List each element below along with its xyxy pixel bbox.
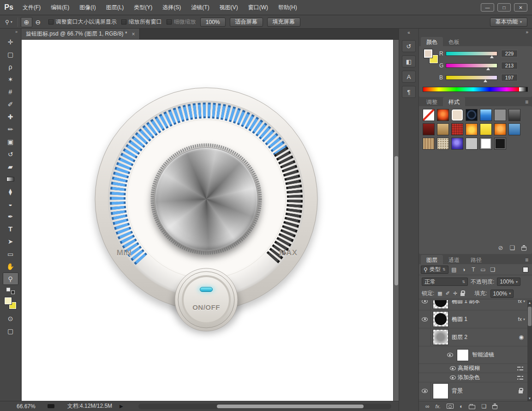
layer-row[interactable]: 椭圆 1 副本 fx ▾ — [419, 300, 527, 310]
style-red-grid[interactable] — [451, 123, 463, 135]
visibility-toggle[interactable] — [419, 300, 431, 310]
tool-zoom[interactable]: ⚲ — [3, 272, 18, 285]
tab-channels[interactable]: 通道 — [443, 255, 465, 264]
collapse-tools-arrow[interactable]: » — [0, 29, 21, 36]
filter-adjustment-layers-icon[interactable]: ◑ — [460, 266, 468, 273]
opacity-dropdown[interactable]: 100% ▾ — [497, 278, 520, 286]
menu-filter[interactable]: 滤镜(T) — [186, 0, 214, 15]
filter-blending-options-icon[interactable] — [517, 376, 523, 380]
color-spectrum-ramp[interactable] — [423, 87, 528, 92]
clear-style-icon[interactable]: ⊘ — [498, 244, 503, 251]
red-slider[interactable] — [446, 51, 497, 56]
vertical-scrollbar-thumb[interactable] — [395, 156, 398, 285]
layer-name[interactable]: 图层 2 — [452, 333, 519, 341]
fill-dropdown[interactable]: 100% ▾ — [490, 290, 514, 298]
close-button[interactable]: ✕ — [514, 3, 527, 12]
grayscale-ramp[interactable] — [519, 87, 527, 91]
layer-row[interactable]: 图层 2 ◉ — [419, 328, 527, 346]
tool-clone-stamp[interactable]: ▣ — [3, 135, 18, 148]
link-layers-icon[interactable]: ∞ — [425, 403, 430, 410]
tool-brush[interactable]: ✏ — [3, 123, 18, 135]
menu-type[interactable]: 类型(Y) — [129, 0, 157, 15]
history-panel-button[interactable]: ↺ — [402, 40, 416, 52]
style-white-outline[interactable] — [480, 138, 492, 150]
style-beige-dots[interactable] — [437, 138, 449, 150]
layer-thumbnail[interactable] — [433, 311, 448, 327]
menu-file[interactable]: 文件(F) — [18, 0, 46, 15]
zoom-100-button[interactable]: 100% — [200, 18, 226, 27]
lock-position-icon[interactable]: ✛ — [453, 290, 457, 296]
layer-name[interactable]: 背景 — [452, 387, 519, 395]
style-gray-gradient[interactable] — [508, 109, 520, 121]
slider-thumb[interactable] — [484, 79, 487, 82]
workspace-switcher[interactable]: 基本功能 ▾ — [490, 18, 527, 27]
tab-paths[interactable]: 路径 — [465, 255, 487, 264]
smart-filter-item[interactable]: 添加杂色 — [419, 373, 527, 382]
layers-scrollbar[interactable]: ▲ ▼ — [527, 300, 532, 401]
panel-menu-icon[interactable]: ≡ — [525, 257, 528, 263]
blue-slider[interactable] — [446, 75, 497, 80]
zoom-out-button[interactable]: ⊖ — [32, 17, 44, 27]
adjustment-layer-icon[interactable]: ◐ — [460, 403, 463, 410]
tool-path-selection[interactable]: ➤ — [3, 235, 18, 248]
smart-filters-row[interactable]: 智能滤镜 — [419, 346, 527, 364]
filter-pixel-layers-icon[interactable]: ▤ — [450, 266, 458, 273]
screen-mode-button[interactable]: ▢ — [3, 325, 18, 337]
fx-collapse-caret[interactable]: ▾ — [523, 317, 525, 321]
layer-thumbnail[interactable] — [433, 329, 448, 345]
tool-gradient[interactable] — [3, 173, 18, 185]
style-blue-gloss[interactable] — [480, 109, 492, 121]
zoom-all-windows-checkbox[interactable]: 缩放所有窗口 — [121, 18, 162, 26]
tab-adjustments[interactable]: 调整 — [421, 97, 443, 106]
filter-smart-objects-icon[interactable]: ❏ — [489, 266, 497, 273]
new-group-icon[interactable] — [469, 405, 475, 409]
expand-panels-arrow[interactable]: « — [399, 29, 418, 37]
tool-move[interactable]: ✛ — [3, 36, 18, 48]
foreground-background-swatches[interactable] — [4, 297, 17, 309]
filtering-toggle[interactable] — [523, 267, 528, 272]
menu-image[interactable]: 图像(I) — [74, 0, 101, 15]
filter-name[interactable]: 高斯模糊 — [458, 364, 517, 372]
new-style-icon[interactable]: ❏ — [509, 244, 515, 251]
visibility-toggle[interactable] — [419, 310, 431, 328]
tool-eyedropper[interactable]: ✐ — [3, 98, 18, 110]
slider-thumb[interactable] — [490, 55, 494, 58]
tool-lasso[interactable]: ρ — [3, 60, 18, 73]
quick-mask-button[interactable]: ⊙ — [3, 312, 18, 325]
status-menu-arrow[interactable]: ▶ — [120, 404, 123, 409]
visibility-toggle[interactable] — [445, 346, 455, 363]
document-canvas[interactable]: MIN MIN MAX MAX ON/OFF ON/OFF — [22, 40, 393, 401]
style-tan-stripes[interactable] — [423, 138, 435, 150]
tool-shape[interactable]: ▭ — [3, 248, 18, 260]
scroll-up-arrow[interactable]: ▲ — [527, 301, 532, 304]
menu-select[interactable]: 选择(S) — [157, 0, 186, 15]
tool-preset-picker[interactable]: ⚲ ▾ — [3, 18, 15, 26]
lock-transparency-icon[interactable]: ▦ — [437, 290, 442, 296]
menu-layer[interactable]: 图层(L) — [101, 0, 129, 15]
zoom-in-button[interactable]: ⊕ — [21, 17, 32, 27]
menu-window[interactable]: 窗口(W) — [243, 0, 273, 15]
layer-style-icon[interactable]: fx. — [436, 404, 441, 409]
layer-name[interactable]: 智能滤镜 — [472, 351, 527, 359]
swap-colors-icon[interactable] — [6, 288, 15, 294]
collapse-dock-arrow[interactable]: » — [526, 30, 528, 35]
fx-collapse-caret[interactable]: ▾ — [523, 300, 525, 303]
visibility-toggle[interactable] — [448, 373, 458, 382]
resize-windows-checkbox[interactable]: 调整窗口大小以满屏显示 — [48, 18, 117, 26]
minimize-button[interactable]: — — [481, 3, 494, 12]
knob-dial[interactable] — [155, 147, 258, 251]
filter-type-dropdown[interactable]: ⚲ 类型 ⇅ — [421, 266, 448, 274]
fill-screen-button[interactable]: 填充屏幕 — [267, 18, 300, 27]
tool-quick-selection[interactable]: ✶ — [3, 73, 18, 85]
layers-scrollbar-thumb[interactable] — [528, 307, 532, 326]
menu-edit[interactable]: 编辑(E) — [46, 0, 74, 15]
lock-paint-icon[interactable]: ✐ — [446, 290, 450, 296]
red-value-field[interactable]: 229 — [501, 50, 518, 57]
maximize-button[interactable]: □ — [497, 3, 511, 12]
delete-layer-icon[interactable] — [492, 404, 497, 409]
lock-all-icon[interactable] — [460, 293, 465, 296]
foreground-color-swatch[interactable] — [424, 49, 433, 58]
layer-thumbnail[interactable] — [433, 300, 448, 309]
style-cream[interactable] — [451, 109, 463, 121]
filter-name[interactable]: 添加杂色 — [458, 374, 517, 381]
